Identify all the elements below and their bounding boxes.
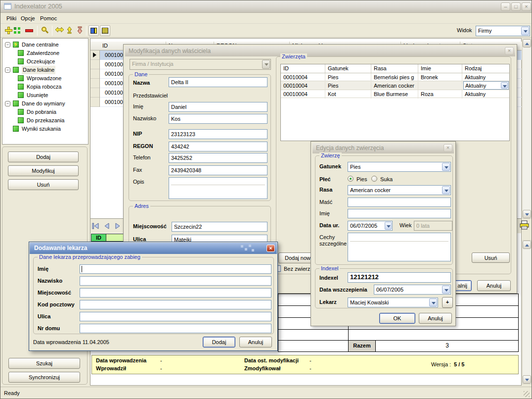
data-wszczepienia-select[interactable]: 06/07/2005 xyxy=(374,285,451,295)
collapse-icon[interactable]: − xyxy=(5,101,10,106)
sex-male-radio[interactable] xyxy=(348,176,354,182)
rodzaj-select[interactable]: Aktualny xyxy=(463,81,509,90)
add-button[interactable]: Dodaj xyxy=(8,151,79,162)
vet-ulica-field[interactable] xyxy=(80,312,271,321)
animal-row[interactable]: 00010004 Pies Berneński pies g Bronek Ak… xyxy=(281,73,509,81)
fax-field[interactable]: 2439420348 xyxy=(169,165,267,175)
menu-pomoc[interactable]: Pomoc xyxy=(38,14,59,22)
vet-nr-domu-field[interactable] xyxy=(80,324,271,333)
close-icon[interactable]: × xyxy=(443,144,452,152)
remove-record-icon[interactable] xyxy=(25,29,33,32)
menu-opcje[interactable]: Opcje xyxy=(19,14,37,22)
folder-central-icon xyxy=(13,42,19,48)
view-list-icon[interactable] xyxy=(100,25,110,36)
folder-icon xyxy=(18,109,24,115)
cancel-button[interactable]: Anuluj xyxy=(419,313,452,324)
animals-col-gatunek[interactable]: Gatunek xyxy=(325,64,371,73)
search-button[interactable]: Szukaj xyxy=(8,358,80,369)
close-icon[interactable]: × xyxy=(505,47,514,55)
previous-record-icon[interactable] xyxy=(103,222,111,231)
animal-row[interactable]: 00010004 Kot Blue Burmese Roza Aktualny xyxy=(281,90,509,98)
imie-field[interactable]: Daniel xyxy=(169,102,267,112)
search-icon[interactable] xyxy=(41,27,48,34)
view-select[interactable]: Firmy xyxy=(476,26,530,36)
ok-button[interactable]: OK xyxy=(379,313,415,324)
masc-field[interactable] xyxy=(348,198,451,207)
vet-dialog-titlebar[interactable]: Dodawanie lekarza × xyxy=(30,243,277,254)
cechy-field[interactable] xyxy=(348,233,451,261)
animal-dialog-titlebar[interactable]: Edycja danych zwierzęcia × xyxy=(312,143,454,153)
grid-icon[interactable] xyxy=(14,27,20,34)
indexel-label: Indexel xyxy=(319,275,338,281)
animal-row-editing[interactable]: 00010004 Pies American cocker Aktualny xyxy=(281,81,509,90)
move-up-icon[interactable] xyxy=(66,26,73,35)
vet-cancel-button[interactable]: Anuluj xyxy=(239,337,272,348)
chevron-down-icon[interactable] xyxy=(501,82,508,89)
nazwisko-field[interactable]: Kos xyxy=(169,114,267,124)
vet-add-button[interactable]: Dodaj xyxy=(203,337,235,348)
close-icon[interactable]: × xyxy=(522,2,531,11)
move-down-icon[interactable] xyxy=(77,26,83,35)
menu-pliki[interactable]: Pliki xyxy=(4,14,18,22)
list-scrollbar[interactable] xyxy=(522,39,532,219)
animals-col-rasa[interactable]: Rasa xyxy=(371,64,418,73)
nip-field[interactable]: 23123123 xyxy=(169,129,267,139)
print-icon[interactable] xyxy=(520,220,530,231)
cancel-button[interactable]: Anuluj xyxy=(477,280,511,291)
chevron-down-icon[interactable] xyxy=(442,286,450,294)
status-text: Ready xyxy=(4,390,20,396)
maximize-icon[interactable]: □ xyxy=(511,2,521,11)
delete-animal-button[interactable]: Usuń xyxy=(472,252,510,263)
collapse-icon[interactable]: − xyxy=(5,42,10,48)
total-label: Razem xyxy=(349,341,376,351)
chevron-down-icon[interactable] xyxy=(442,163,450,171)
animal-imie-field[interactable] xyxy=(348,209,451,218)
nazwa-field[interactable]: Delta II xyxy=(169,77,267,87)
add-record-icon[interactable] xyxy=(5,27,12,34)
owner-type-select[interactable]: Firma / Instytucja xyxy=(130,59,271,70)
miejscowosc-field[interactable]: Szczecin22 xyxy=(172,222,267,232)
close-icon[interactable]: × xyxy=(266,245,275,252)
gatunek-select[interactable]: Pies xyxy=(348,162,451,172)
animals-col-rodzaj[interactable]: Rodzaj xyxy=(462,64,509,73)
chevron-down-icon[interactable] xyxy=(385,222,392,230)
animals-col-imie[interactable]: Imie xyxy=(418,64,462,73)
view-split-icon[interactable] xyxy=(89,25,99,36)
vet-miejscowosc-field[interactable] xyxy=(80,288,271,298)
scroll-down-icon[interactable] xyxy=(523,210,531,218)
lekarz-select[interactable]: Maciej Kowalski xyxy=(348,298,438,307)
swap-horizontal-icon[interactable] xyxy=(55,27,64,34)
regon-field[interactable]: 434242 xyxy=(169,142,267,151)
delete-button[interactable]: Usuń xyxy=(8,179,79,190)
gatunek-label: Gatunek xyxy=(319,163,341,169)
telefon-field[interactable]: 3425252 xyxy=(169,153,267,163)
minimize-icon[interactable]: – xyxy=(501,2,510,11)
chevron-down-icon[interactable] xyxy=(429,299,437,306)
opis-field[interactable] xyxy=(169,177,267,199)
resize-grip[interactable] xyxy=(524,391,530,397)
next-record-icon[interactable] xyxy=(114,222,122,231)
sync-button[interactable]: Synchronizuj xyxy=(8,372,80,383)
sex-female-radio[interactable] xyxy=(371,176,377,182)
detail-scrollbar[interactable] xyxy=(522,240,532,384)
vet-kod-pocztowy-field[interactable] xyxy=(80,300,271,309)
rasa-select[interactable]: American cocker xyxy=(348,185,451,195)
imie-label: Imię xyxy=(133,103,143,109)
scroll-down-icon[interactable] xyxy=(523,375,531,384)
scroll-up-icon[interactable] xyxy=(523,241,531,249)
first-record-icon[interactable] xyxy=(92,222,100,231)
modify-button[interactable]: Modyfikuj xyxy=(8,165,79,176)
indexel-field[interactable]: 12121212 xyxy=(348,272,451,283)
scroll-up-icon[interactable] xyxy=(523,39,531,48)
data-ur-select[interactable]: 06/07/2005 xyxy=(348,221,393,231)
collapse-icon[interactable]: − xyxy=(5,67,10,73)
animals-col-id[interactable]: ID xyxy=(281,64,325,73)
chevron-down-icon[interactable] xyxy=(521,27,529,35)
opis-label: Opis xyxy=(133,179,144,185)
chevron-down-icon[interactable] xyxy=(442,186,450,194)
mini-table-header-id[interactable]: ID xyxy=(91,234,106,242)
vet-imie-field[interactable] xyxy=(80,264,271,274)
vet-nazwisko-field[interactable] xyxy=(80,276,271,286)
add-vet-button[interactable]: + xyxy=(442,297,453,308)
owner-dialog-titlebar[interactable]: Modyfikacja danych właściciela × xyxy=(125,46,515,56)
